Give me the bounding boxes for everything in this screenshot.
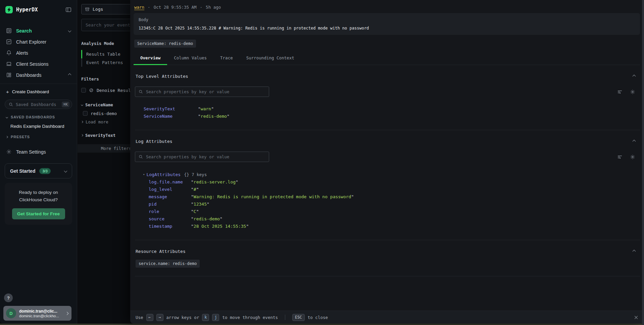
collapse-section-icon[interactable] [633, 75, 636, 78]
user-texts: dominic.tran@clic... dominic.tran@clickh… [19, 309, 63, 318]
attribute-value[interactable]: Warning: Redis is running in protected m… [191, 194, 354, 199]
presets-group[interactable]: PRESETS [0, 129, 77, 139]
attribute-key[interactable]: message [149, 194, 191, 199]
attribute-key[interactable]: timestamp [149, 224, 191, 229]
dashboard-link-redis-example[interactable]: Redis Example Dashboard [0, 119, 77, 129]
section-toolbar [135, 87, 640, 97]
sidebar-item-dashboards[interactable]: Dashboards [3, 70, 73, 80]
footer-text-use: Use [136, 315, 143, 320]
tab-surrounding-context[interactable]: Surrounding Context [240, 52, 301, 65]
footer-text-close: to close [308, 315, 328, 320]
attribute-key[interactable]: SeverityText [144, 106, 198, 111]
chevron-down-icon [68, 29, 71, 33]
property-search-box[interactable] [135, 87, 269, 97]
chart-icon [6, 39, 12, 45]
divider [285, 315, 285, 320]
gear-icon[interactable] [630, 154, 635, 160]
wrap-lines-icon[interactable] [617, 154, 623, 160]
saved-dashboards-group[interactable]: SAVED DASHBOARDS [0, 109, 77, 119]
event-meta-row: warn · Oct 28 9:55:35 AM · 5h ago [134, 4, 640, 13]
sidebar-item-client-sessions[interactable]: Client Sessions [3, 59, 73, 69]
facet-name: ServiceName [85, 102, 113, 107]
wrap-lines-icon[interactable] [617, 89, 623, 95]
search-icon [139, 90, 143, 94]
footer-text-move: to move through events [222, 315, 278, 320]
section-toolbar [135, 152, 640, 162]
saved-dashboards-search[interactable]: ⌘K [5, 100, 72, 109]
logs-source-icon [85, 7, 90, 12]
attribute-value[interactable]: redis-demo [198, 114, 230, 119]
bell-icon [6, 50, 12, 56]
window-scrollbar[interactable] [642, 0, 644, 325]
esc-key[interactable]: ESC [292, 314, 305, 321]
cmd-k-shortcut: ⌘K [62, 102, 69, 107]
tab-column-values[interactable]: Column Values [167, 52, 213, 65]
resource-service-chip[interactable]: service.name: redis-demo [136, 260, 200, 268]
gear-icon[interactable] [630, 89, 635, 95]
attribute-key[interactable]: LogAttributes [146, 172, 184, 177]
attribute-value[interactable]: 28 Oct 2025 14:55:35 [191, 224, 249, 229]
event-header: warn · Oct 28 9:55:35 AM · 5h ago Body 1… [130, 0, 644, 65]
attribute-key[interactable]: ServiceName [144, 114, 198, 119]
expander-triangle-icon[interactable]: ▾ [143, 173, 145, 176]
sidebar-collapse-icon[interactable] [65, 7, 71, 12]
get-started-free-button[interactable]: Get Started for Free [12, 208, 65, 219]
meta-dot: · [148, 5, 150, 10]
hyperdx-logo-icon [5, 6, 13, 13]
tab-overview[interactable]: Overview [134, 52, 167, 65]
brand-title: HyperDX [16, 7, 62, 13]
create-dashboard-button[interactable]: + Create Dashboard [0, 89, 77, 100]
k-key[interactable]: k [202, 314, 209, 321]
attribute-key[interactable]: role [149, 209, 191, 214]
arrow-left-key[interactable]: ← [146, 314, 153, 321]
get-started-card[interactable]: Get Started 3/3 [5, 163, 72, 178]
attribute-key[interactable]: log.file.name [149, 179, 191, 184]
log-attributes-children: log.file.name redis-server.log log_level… [143, 178, 640, 230]
checkbox[interactable] [81, 88, 86, 93]
help-button[interactable]: ? [4, 293, 13, 302]
footer-text-arrows: arrow keys or [166, 315, 199, 320]
attribute-value[interactable]: warn [198, 106, 214, 111]
log-attributes-parent-row[interactable]: ▾ LogAttributes {} 7 keys [143, 171, 640, 178]
kv-row: message Warning: Redis is running in pro… [143, 193, 640, 200]
plus-icon: + [6, 89, 9, 94]
collapse-section-icon[interactable] [633, 250, 636, 253]
attribute-value[interactable]: redis-demo [191, 216, 222, 221]
attribute-value[interactable]: 12345 [191, 202, 209, 207]
sidebar-item-chart-explorer[interactable]: Chart Explorer [3, 37, 73, 47]
hyperdx-app: HyperDX Search Chart Explorer Alerts Cli [0, 0, 644, 325]
attribute-value[interactable]: redis-server.log [191, 179, 238, 184]
service-name-chip[interactable]: ServiceName: redis-demo [134, 40, 196, 48]
attribute-value[interactable]: C [191, 209, 199, 214]
sidebar-item-search[interactable]: Search [3, 25, 73, 36]
attribute-key[interactable]: pid [149, 202, 191, 207]
saved-dashboards-input[interactable] [16, 102, 59, 107]
body-label: Body [139, 17, 635, 22]
property-search-box[interactable] [135, 152, 269, 162]
section-title: Top Level Attributes [136, 74, 188, 79]
tab-trace[interactable]: Trace [213, 52, 240, 65]
kv-row: ServiceName redis-demo [144, 112, 640, 120]
event-tabs: Overview Column Values Trace Surrounding… [134, 52, 640, 65]
severity-badge[interactable]: warn [134, 5, 144, 10]
property-search-input[interactable] [146, 89, 265, 94]
user-email: dominic.tran@clickho... [19, 314, 63, 318]
close-panel-button[interactable] [634, 315, 639, 320]
j-key[interactable]: j [212, 314, 219, 321]
laptop-icon [6, 61, 12, 67]
team-settings-button[interactable]: Team Settings [0, 139, 77, 155]
section-title: Log Attributes [136, 139, 172, 144]
property-search-input[interactable] [146, 154, 265, 159]
sidebar-item-alerts[interactable]: Alerts [3, 48, 73, 58]
collapse-section-icon[interactable] [633, 140, 636, 143]
attribute-value[interactable]: # [191, 187, 199, 192]
checkbox[interactable] [83, 111, 88, 116]
event-relative-time: 5h ago [206, 5, 221, 10]
arrow-right-key[interactable]: → [156, 314, 163, 321]
close-icon [634, 315, 639, 320]
user-menu[interactable]: D dominic.tran@clic... dominic.tran@clic… [3, 306, 71, 321]
attribute-key[interactable]: source [149, 216, 191, 221]
chevron-up-icon [68, 73, 71, 77]
attribute-key[interactable]: log_level [149, 187, 191, 192]
group-label-text: SAVED DASHBOARDS [11, 115, 55, 119]
